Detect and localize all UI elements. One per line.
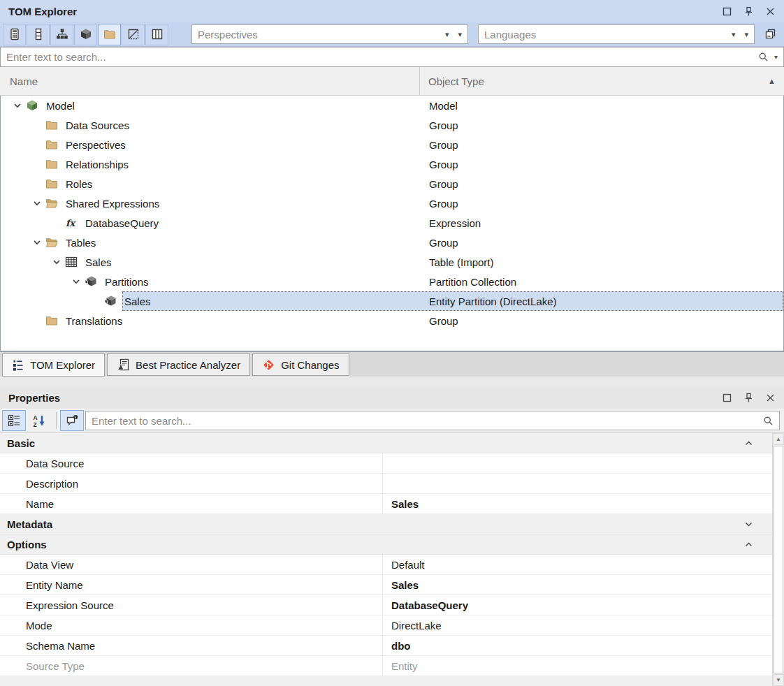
properties-scrollbar[interactable]: ▲ ▼ [772,433,784,686]
alphabetical-sort-button[interactable]: AZ [27,410,51,431]
expander-chevron-down-icon[interactable] [68,272,85,291]
show-measures-button[interactable] [3,24,26,45]
tree-row[interactable]: TablesGroup [1,233,783,252]
show-object-columns-button[interactable] [145,24,168,45]
dock-tab-label: Git Changes [281,359,339,371]
grid-filler [0,676,772,686]
property-row-data-source[interactable]: Data Source [0,453,772,474]
property-row-source-type[interactable]: Source TypeEntity [0,656,772,676]
show-hierarchies-button[interactable] [50,24,73,45]
section-header-basic[interactable]: Basic [0,433,772,453]
tree-row-area[interactable]: DatabaseQueryExpression [83,213,783,233]
tree-row-selected-area[interactable]: SalesEntity Partition (DirectLake) [122,291,783,311]
tree-row-area[interactable]: TablesGroup [64,233,783,252]
caret-down-icon[interactable]: ▾ [732,31,736,38]
expander-chevron-down-icon[interactable] [29,233,45,252]
property-row-expression-source[interactable]: Expression SourceDatabaseQuery [0,595,772,615]
maximize-icon[interactable] [722,6,732,17]
section-collapse-chevron-icon[interactable] [743,539,754,550]
tree-row[interactable]: SalesEntity Partition (DirectLake) [1,291,783,311]
languages-dropdown[interactable]: Languages ▾ ▾ [478,24,755,44]
pin-icon[interactable] [743,393,754,403]
tree-row[interactable]: ModelModel [1,96,783,115]
column-header-name[interactable]: Name [0,67,420,95]
tree-row[interactable]: PerspectivesGroup [1,135,783,154]
section-header-metadata[interactable]: Metadata [0,514,772,534]
caret-down-icon[interactable]: ▾ [744,31,748,38]
tree-row-area[interactable]: TranslationsGroup [64,311,783,330]
tree-row-area[interactable]: ModelModel [44,96,783,115]
caret-down-icon[interactable]: ▾ [458,31,462,38]
properties-titlebar: Properties [0,386,784,409]
tom-search-input[interactable] [6,51,758,63]
property-value[interactable]: dbo [383,636,772,655]
tree-row[interactable]: SalesTable (Import) [1,252,783,272]
show-display-folders-button[interactable] [98,24,121,45]
tree-row-area[interactable]: RelationshipsGroup [64,154,783,174]
tree-row-area[interactable]: SalesTable (Import) [83,252,783,272]
git-icon [262,358,275,372]
maximize-icon[interactable] [722,393,732,403]
property-value[interactable]: DatabaseQuery [383,595,772,615]
property-value[interactable] [383,453,772,473]
tree-row[interactable]: Data SourcesGroup [1,115,783,135]
panel-splitter[interactable] [0,377,784,386]
scroll-up-icon[interactable]: ▲ [773,433,784,445]
categorized-view-button[interactable] [2,410,26,431]
property-row-name[interactable]: NameSales [0,494,772,514]
property-value[interactable]: Default [383,555,772,574]
tree-row-area[interactable]: Shared ExpressionsGroup [64,194,783,213]
property-row-schema-name[interactable]: Schema Namedbo [0,636,772,656]
properties-search-input[interactable] [92,415,763,427]
property-name: Entity Name [0,575,383,594]
show-partitions-button[interactable] [74,24,97,45]
search-icon[interactable] [763,416,774,426]
scroll-down-icon[interactable]: ▼ [773,674,784,686]
dock-tab-tom-explorer[interactable]: TOM Explorer [2,353,105,377]
partition-icon [85,272,103,291]
column-header-object-type[interactable]: Object Type ▲ [420,67,784,95]
property-value[interactable] [383,474,772,493]
property-value[interactable]: Sales [383,494,772,513]
tree-row-area[interactable]: PartitionsPartition Collection [103,272,783,291]
show-hidden-objects-button[interactable] [122,24,145,45]
show-columns-button[interactable] [27,24,50,45]
section-collapse-chevron-icon[interactable] [743,438,754,448]
tree-row[interactable]: PartitionsPartition Collection [1,272,783,291]
property-value[interactable]: DirectLake [383,615,772,635]
dock-tab-git-changes[interactable]: Git Changes [252,353,349,376]
pin-icon[interactable] [743,6,754,17]
expander-chevron-down-icon[interactable] [48,252,65,272]
close-icon[interactable] [765,393,776,403]
section-header-options[interactable]: Options [0,534,772,555]
tree-row-area[interactable]: PerspectivesGroup [64,135,783,154]
sort-ascending-icon[interactable]: ▲ [768,78,776,85]
property-row-mode[interactable]: ModeDirectLake [0,615,772,636]
tree-row-area[interactable]: RolesGroup [64,174,783,194]
expander-chevron-down-icon[interactable] [9,96,26,115]
close-icon[interactable] [765,6,776,17]
perspectives-dropdown[interactable]: Perspectives ▾ ▾ [191,24,468,44]
tree-row[interactable]: Shared ExpressionsGroup [1,194,783,213]
property-row-description[interactable]: Description [0,474,772,494]
show-description-button[interactable] [60,410,84,431]
tree-row-area[interactable]: Data SourcesGroup [64,115,783,135]
property-value[interactable]: Sales [383,575,772,594]
dock-tab-best-practice-analyzer[interactable]: Best Practice Analyzer [107,353,250,376]
property-row-data-view[interactable]: Data ViewDefault [0,555,772,575]
section-expand-chevron-icon[interactable] [743,519,754,530]
tree-row[interactable]: TranslationsGroup [1,311,783,330]
partition-icon [104,291,122,311]
property-value[interactable]: Entity [383,656,772,676]
tree-row[interactable]: RolesGroup [1,174,783,194]
window-position-button[interactable] [758,24,781,45]
app-window: TOM Explorer Perspectives ▾ ▾ Languages … [0,0,784,686]
caret-down-icon[interactable]: ▾ [445,31,449,38]
scrollbar-thumb[interactable] [774,446,783,673]
search-options-caret-icon[interactable]: ▾ [774,53,778,61]
property-row-entity-name[interactable]: Entity NameSales [0,575,772,595]
expander-chevron-down-icon[interactable] [29,194,45,213]
tree-row[interactable]: RelationshipsGroup [1,154,783,174]
search-icon[interactable] [758,52,769,62]
tree-row[interactable]: fxDatabaseQueryExpression [1,213,783,233]
